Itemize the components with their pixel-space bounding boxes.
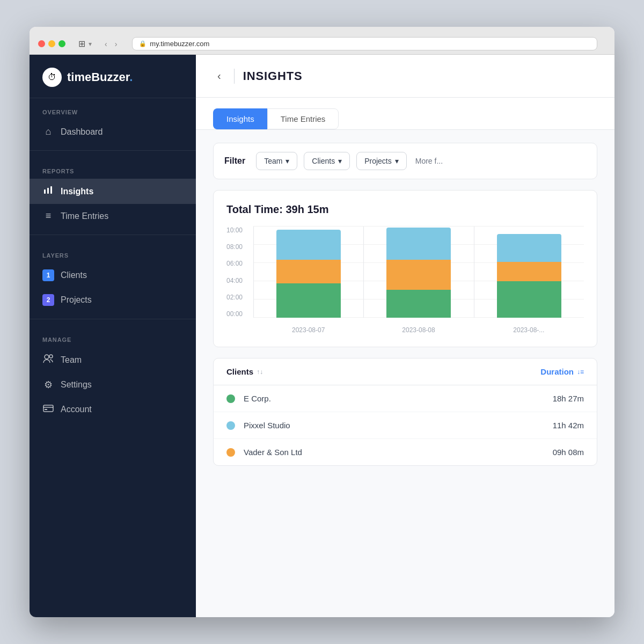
- filter-team-dropdown[interactable]: Team ▾: [256, 152, 297, 170]
- back-nav-button[interactable]: ‹: [103, 39, 109, 49]
- app-container: ⏱ timeBuzzer. OVERVIEW ⌂ Dashboard REPOR…: [30, 55, 614, 617]
- badge-2-icon: 2: [42, 294, 54, 306]
- sidebar-section-overview: OVERVIEW ⌂ Dashboard: [30, 98, 196, 144]
- settings-icon: ⚙: [42, 379, 54, 391]
- chevron-down-icon: ▾: [395, 157, 399, 165]
- row-client-name: Pixxel Studio: [244, 421, 553, 430]
- bar-segment-orange: [276, 260, 341, 283]
- sidebar-item-label: Account: [61, 405, 92, 414]
- sidebar-item-dashboard[interactable]: ⌂ Dashboard: [30, 120, 196, 144]
- bar-segment-green: [386, 290, 451, 318]
- sidebar-item-clients[interactable]: 1 Clients: [30, 263, 196, 288]
- logo-dot: .: [129, 70, 133, 84]
- col-duration-header: Duration ↓≡: [540, 367, 584, 376]
- divider-2: [30, 235, 196, 235]
- section-label-manage: MANAGE: [30, 336, 196, 347]
- bar-segment-orange: [386, 260, 451, 290]
- bar-stack-2: [386, 228, 451, 318]
- sidebar-item-insights[interactable]: Insights: [30, 179, 196, 204]
- chart-title: Total Time: 39h 15m: [226, 203, 584, 216]
- col-clients-label: Clients: [226, 367, 253, 376]
- lock-icon: 🔒: [139, 40, 147, 47]
- table-row: E Corp. 18h 27m: [214, 385, 597, 412]
- divider-1: [30, 150, 196, 151]
- svg-rect-2: [50, 186, 52, 194]
- filter-clients-dropdown[interactable]: Clients ▾: [304, 152, 350, 170]
- table-row: Vader & Son Ltd 09h 08m: [214, 439, 597, 465]
- close-button[interactable]: [38, 40, 45, 47]
- chevron-down-icon[interactable]: ▾: [89, 40, 92, 48]
- col-clients-header: Clients ↑↓: [226, 367, 540, 376]
- chart-icon: [42, 185, 54, 197]
- row-duration: 11h 42m: [553, 421, 584, 430]
- sidebar-item-time-entries[interactable]: ≡ Time Entries: [30, 204, 196, 228]
- svg-rect-0: [44, 189, 46, 194]
- svg-rect-1: [47, 188, 49, 194]
- dot-orange-icon: [226, 448, 235, 457]
- main-content: ‹ INSIGHTS Insights Time Entries Filter …: [196, 55, 614, 617]
- chart-bars: [253, 226, 584, 318]
- forward-nav-button[interactable]: ›: [113, 39, 120, 49]
- filter-projects-label: Projects: [364, 157, 392, 165]
- clock-icon: ⏱: [48, 72, 56, 82]
- sidebar-item-team[interactable]: Team: [30, 347, 196, 372]
- svg-point-4: [49, 355, 53, 358]
- bar-stack-1: [276, 230, 341, 318]
- table-card: Clients ↑↓ Duration ↓≡ E Corp. 18h 27m: [213, 358, 597, 466]
- filter-projects-dropdown[interactable]: Projects ▾: [356, 152, 407, 170]
- chart-card: Total Time: 39h 15m 00:00 02:00 04:00 06…: [213, 190, 597, 347]
- traffic-lights: [38, 40, 65, 47]
- sidebar-item-label: Clients: [61, 270, 87, 280]
- sidebar-item-label: Dashboard: [61, 127, 103, 137]
- row-client-name: Vader & Son Ltd: [244, 448, 553, 457]
- divider-3: [30, 319, 196, 319]
- browser-controls: ⊞ ▾: [76, 39, 92, 49]
- y-label: 10:00: [226, 226, 249, 234]
- row-client-name: E Corp.: [244, 394, 553, 403]
- minimize-button[interactable]: [48, 40, 55, 47]
- tabs-bar: Insights Time Entries: [196, 98, 614, 130]
- bar-segment-orange: [497, 262, 561, 281]
- maximize-button[interactable]: [58, 40, 65, 47]
- svg-rect-5: [43, 405, 53, 412]
- back-button[interactable]: ‹: [213, 68, 225, 84]
- logo-icon: ⏱: [42, 68, 62, 87]
- sort-icon-duration[interactable]: ↓≡: [577, 368, 584, 376]
- bar-group-3: [474, 226, 584, 318]
- sort-icon-clients[interactable]: ↑↓: [257, 368, 263, 376]
- section-label-overview: OVERVIEW: [30, 109, 196, 120]
- chevron-down-icon: ▾: [338, 157, 342, 165]
- svg-rect-7: [45, 409, 47, 410]
- sidebar-item-label: Team: [61, 355, 82, 365]
- address-bar[interactable]: 🔒 my.timebuzzer.com: [132, 37, 597, 50]
- sidebar-item-label: Insights: [61, 187, 93, 196]
- logo-text: timeBuzzer.: [67, 70, 133, 84]
- page-title: INSIGHTS: [243, 69, 303, 83]
- tab-time-entries[interactable]: Time Entries: [267, 108, 339, 129]
- table-header: Clients ↑↓ Duration ↓≡: [214, 358, 597, 385]
- sidebar-section-layers: LAYERS 1 Clients 2 Projects: [30, 241, 196, 312]
- svg-point-3: [45, 355, 49, 359]
- url-text: my.timebuzzer.com: [150, 40, 209, 48]
- sidebar-item-projects[interactable]: 2 Projects: [30, 288, 196, 312]
- section-label-reports: REPORTS: [30, 168, 196, 179]
- section-label-layers: LAYERS: [30, 252, 196, 263]
- tab-insights[interactable]: Insights: [213, 108, 267, 129]
- sidebar-toggle-icon[interactable]: ⊞: [78, 39, 85, 49]
- bar-group-1: [253, 226, 363, 318]
- sidebar-section-reports: REPORTS Insights ≡ Time Entries: [30, 157, 196, 228]
- row-duration: 18h 27m: [553, 394, 584, 403]
- bar-segment-blue: [497, 234, 561, 262]
- sidebar-item-label: Projects: [61, 295, 92, 305]
- chevron-down-icon: ▾: [286, 157, 289, 165]
- y-label: 08:00: [226, 243, 249, 251]
- team-icon: [42, 354, 54, 366]
- row-duration: 09h 08m: [553, 448, 584, 457]
- content-area: Filter Team ▾ Clients ▾ Projects ▾ More …: [196, 130, 614, 479]
- sidebar-item-label: Settings: [61, 380, 92, 390]
- sidebar-item-settings[interactable]: ⚙ Settings: [30, 372, 196, 397]
- nav-controls: ‹ ›: [103, 39, 119, 49]
- sidebar: ⏱ timeBuzzer. OVERVIEW ⌂ Dashboard REPOR…: [30, 55, 196, 617]
- sidebar-item-account[interactable]: Account: [30, 397, 196, 421]
- y-label: 04:00: [226, 277, 249, 284]
